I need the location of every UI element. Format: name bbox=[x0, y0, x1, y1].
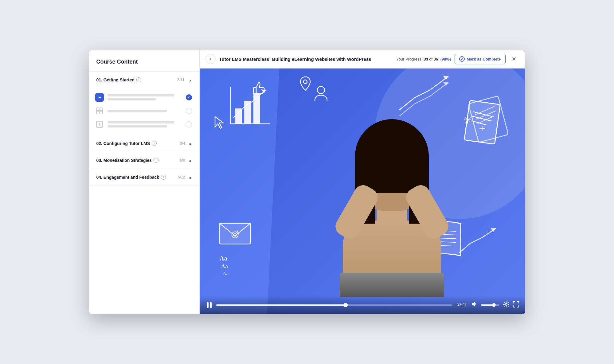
section-title-1: 01. Getting Started bbox=[96, 77, 135, 82]
section-title-2: 02. Configuring Tutor LMS bbox=[96, 141, 150, 146]
lesson-check-1-1: ✓ bbox=[186, 94, 192, 100]
fullscreen-icon bbox=[513, 301, 519, 307]
lesson-bar-line-2 bbox=[108, 98, 156, 100]
svg-rect-1 bbox=[100, 108, 103, 111]
video-bg-left bbox=[200, 68, 292, 314]
lesson-bar-line-5 bbox=[108, 125, 167, 127]
section-progress-1: 2/11 bbox=[177, 78, 184, 82]
location-pin-decoration bbox=[299, 76, 311, 91]
play-icon bbox=[95, 93, 104, 102]
section-title-4: 04. Engagement and Feedback bbox=[96, 175, 159, 180]
video-title: Tutor LMS Masterclass: Building eLearnin… bbox=[219, 57, 393, 62]
section-title-3: 03. Monetization Strategies bbox=[96, 158, 152, 163]
section-item-1: 01. Getting Started i 2/11 bbox=[89, 72, 199, 135]
svg-rect-0 bbox=[96, 108, 99, 111]
section-item-4: 04. Engagement and Feedback i 5/12 bbox=[89, 169, 199, 186]
progress-current: 33 bbox=[424, 57, 428, 61]
lesson-text-1-3 bbox=[108, 121, 182, 127]
video-progress-bar[interactable] bbox=[216, 304, 452, 306]
svg-marker-42 bbox=[491, 228, 496, 232]
section-header-left-4: 04. Engagement and Feedback i bbox=[96, 175, 166, 180]
lesson-item-1-2[interactable] bbox=[89, 104, 199, 118]
mark-complete-button[interactable]: ✓ Mark as Complete bbox=[455, 54, 505, 64]
lesson-check-1-3 bbox=[186, 121, 192, 127]
video-controls: -03:21 bbox=[200, 296, 525, 314]
section-item-3: 03. Monetization Strategies i 6/8 bbox=[89, 152, 199, 169]
time-display: -03:21 bbox=[456, 303, 467, 307]
section-header-2[interactable]: 02. Configuring Tutor LMS i 0/4 bbox=[89, 135, 199, 152]
chevron-up-icon-1 bbox=[189, 77, 192, 83]
svg-point-39 bbox=[317, 86, 325, 94]
pause-button[interactable] bbox=[206, 302, 213, 308]
volume-bar[interactable] bbox=[481, 304, 499, 306]
sparkle-small-decoration bbox=[479, 125, 485, 131]
info-icon-2: i bbox=[152, 141, 157, 146]
lesson-bar-line-3 bbox=[108, 110, 167, 112]
svg-point-51 bbox=[505, 303, 507, 305]
lesson-item-1-3[interactable]: ? bbox=[89, 118, 199, 131]
chevron-right-icon-4 bbox=[190, 174, 192, 180]
sidebar-title: Course Content bbox=[89, 50, 199, 72]
volume-thumb bbox=[492, 303, 496, 307]
lesson-icon-video bbox=[95, 93, 104, 102]
info-icon-1: i bbox=[136, 77, 141, 82]
section-header-left-2: 02. Configuring Tutor LMS i bbox=[96, 141, 157, 146]
progress-text: Your Progress 33 of 36 (98%) bbox=[396, 57, 451, 61]
progress-bar-fill bbox=[216, 304, 346, 306]
grid-icon bbox=[96, 108, 103, 114]
settings-button[interactable] bbox=[503, 301, 509, 309]
section-progress-3: 6/8 bbox=[180, 158, 185, 162]
quiz-icon: ? bbox=[96, 121, 103, 128]
chevron-right-icon-3 bbox=[190, 158, 192, 163]
progress-thumb bbox=[343, 303, 348, 307]
settings-icon bbox=[503, 301, 509, 307]
volume-icon bbox=[471, 301, 477, 307]
lesson-bar-line-1 bbox=[108, 94, 175, 96]
section-header-left-3: 03. Monetization Strategies i bbox=[96, 158, 159, 163]
info-icon-4: i bbox=[161, 175, 166, 180]
lesson-bar-line-4 bbox=[108, 121, 175, 123]
lesson-check-1-2 bbox=[186, 108, 192, 114]
close-button[interactable]: ✕ bbox=[509, 54, 519, 64]
progress-total: 36 bbox=[434, 57, 438, 61]
volume-button[interactable] bbox=[471, 301, 477, 309]
pause-icon bbox=[206, 302, 213, 308]
video-topbar: ‹ Tutor LMS Masterclass: Building eLearn… bbox=[200, 50, 525, 68]
check-circle-icon: ✓ bbox=[459, 56, 465, 62]
person-icon-decoration bbox=[313, 85, 329, 102]
section-header-1[interactable]: 01. Getting Started i 2/11 bbox=[89, 72, 199, 88]
video-area[interactable]: Aa Aa Aa bbox=[200, 68, 525, 314]
modal-container: Course Content 01. Getting Started i 2/1… bbox=[89, 50, 525, 314]
fullscreen-button[interactable] bbox=[513, 301, 519, 309]
info-icon-3: i bbox=[154, 158, 158, 163]
section-item-2: 02. Configuring Tutor LMS i 0/4 bbox=[89, 135, 199, 152]
lesson-icon-grid bbox=[95, 107, 104, 115]
progress-percent: 98% bbox=[442, 57, 450, 61]
svg-rect-50 bbox=[210, 302, 212, 308]
svg-text:?: ? bbox=[98, 122, 101, 127]
lesson-list-1: ✓ bbox=[89, 88, 199, 135]
chevron-right-icon-2 bbox=[190, 141, 192, 146]
svg-rect-2 bbox=[96, 111, 99, 114]
svg-point-41 bbox=[303, 80, 307, 84]
lesson-icon-quiz: ? bbox=[95, 120, 104, 129]
back-button[interactable]: ‹ bbox=[206, 54, 216, 64]
lesson-item-1-1[interactable]: ✓ bbox=[89, 91, 199, 104]
lesson-text-1-2 bbox=[108, 110, 182, 112]
sidebar: Course Content 01. Getting Started i 2/1… bbox=[89, 50, 200, 314]
video-panel: ‹ Tutor LMS Masterclass: Building eLearn… bbox=[200, 50, 525, 314]
svg-rect-3 bbox=[100, 111, 103, 114]
section-progress-4: 5/12 bbox=[178, 175, 185, 179]
section-progress-2: 0/4 bbox=[180, 141, 185, 146]
svg-rect-49 bbox=[207, 302, 209, 308]
person-photo bbox=[318, 119, 466, 297]
lesson-text-1-1 bbox=[108, 94, 182, 100]
section-header-left-1: 01. Getting Started i bbox=[96, 77, 141, 82]
section-header-4[interactable]: 04. Engagement and Feedback i 5/12 bbox=[89, 169, 199, 186]
section-header-3[interactable]: 03. Monetization Strategies i 6/8 bbox=[89, 152, 199, 169]
